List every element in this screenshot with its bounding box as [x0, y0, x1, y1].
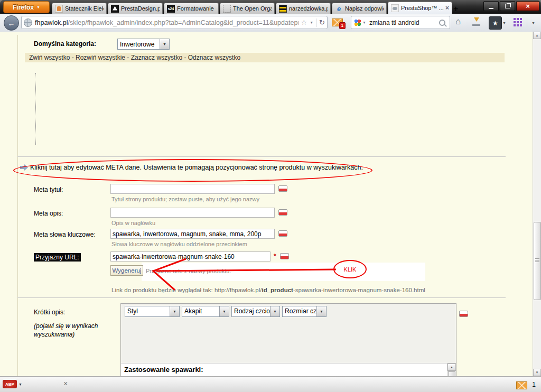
browser-tab[interactable]: Statecznik Elektr... — [52, 3, 107, 14]
narzedziowka-favicon — [279, 5, 287, 13]
meta-description-help: Opis w nagłówku — [111, 220, 155, 226]
navigation-toolbar: ← fhpawlok.pl /sklep/fhpawlok_admin/inde… — [0, 14, 541, 32]
tab-label: Formatowanie ko... — [177, 5, 216, 12]
editor-content-area[interactable]: Zastosowanie spawarki: ▲ — [121, 363, 456, 376]
default-category-select[interactable]: Inwertorowe ▼ — [117, 39, 170, 50]
meta-description-input[interactable] — [110, 208, 275, 218]
adblock-dropdown-icon[interactable]: ▼ — [18, 382, 22, 386]
browser-tab[interactable]: The Open Organi... — [220, 3, 275, 14]
style-select[interactable]: Styl ▼ — [125, 306, 180, 317]
chevron-down-icon[interactable]: ▼ — [160, 39, 169, 49]
back-button[interactable]: ← — [4, 15, 19, 31]
font-size-select[interactable]: Rozmiar czcionk ▼ — [282, 306, 327, 317]
editor-scroll-thumb[interactable] — [448, 371, 455, 376]
google-logo-icon — [354, 19, 361, 26]
blank-favicon — [223, 5, 231, 13]
meta-title-input[interactable] — [110, 184, 275, 194]
firefox-menu-button[interactable]: Firefox ▼ — [3, 1, 50, 13]
format-select[interactable]: Akapit ▼ — [182, 306, 229, 317]
default-category-value: Inwertorowe — [118, 41, 160, 48]
restore-button[interactable] — [500, 1, 515, 11]
scroll-up-icon[interactable]: ▲ — [447, 363, 456, 371]
friendly-url-input[interactable] — [110, 251, 270, 262]
section-divider — [17, 156, 506, 157]
editor-scrollbar[interactable]: ▲ — [447, 363, 456, 376]
tab-label: PrestaShop™ ... — [401, 5, 444, 11]
app-grid-button[interactable] — [514, 18, 516, 20]
link-preview-id: id_product — [262, 287, 293, 293]
mail-envelope-icon[interactable] — [516, 381, 527, 389]
app-grid-dropdown-icon[interactable]: ▼ — [531, 21, 535, 25]
close-icon: × — [526, 3, 530, 10]
mail-badge: 1 — [339, 22, 346, 29]
page-scrollbar[interactable]: ▲ ▼ — [533, 32, 541, 376]
klik-text: KLIK — [344, 266, 357, 273]
mail-notifier-button[interactable]: 1 — [332, 18, 346, 27]
s24-favicon: s24 — [167, 5, 175, 13]
mail-count: 1 — [532, 381, 536, 388]
chevron-down-icon[interactable]: ▼ — [219, 306, 229, 316]
generate-url-button[interactable]: Wygeneruj — [110, 265, 143, 276]
tab-label: PrestaDesign.pl •... — [121, 5, 160, 12]
bookmarks-dropdown-icon[interactable]: ▼ — [502, 21, 506, 25]
adblock-plus-button[interactable]: ABP — [3, 380, 17, 388]
meta-keywords-input[interactable] — [110, 229, 275, 239]
browser-tab[interactable]: PrestaShop™ ...× — [388, 2, 452, 14]
addon-bar-close-icon[interactable]: × — [63, 379, 68, 388]
browser-tab[interactable]: eNapisz odpowied... — [332, 3, 387, 14]
url-bar[interactable]: fhpawlok.pl /sklep/fhpawlok_admin/index.… — [21, 16, 328, 29]
font-family-select[interactable]: Rodzaj czcionki ▼ — [231, 306, 280, 317]
editor-toolbar-row1: Styl ▼ Akapit ▼ Rodzaj czcionki ▼ Rozmia… — [121, 304, 456, 319]
browser-tab[interactable]: PrestaDesign.pl •... — [108, 3, 163, 14]
hand-favicon — [55, 5, 63, 13]
meta-note-text[interactable]: Kliknij tutaj aby edytować META dane. Us… — [30, 164, 363, 171]
tree-actions-bar[interactable]: Zwiń wszystko - Rozwiń wszystkie - Zazna… — [25, 53, 505, 62]
home-button[interactable]: ⌂ — [455, 16, 461, 27]
editor-toolbar-row4 — [121, 348, 456, 363]
adblock-plus-label: ABP — [5, 382, 14, 387]
tab-label: Napisz odpowied... — [345, 5, 384, 12]
format-select-value: Akapit — [182, 307, 219, 315]
ie-favicon: e — [335, 5, 343, 13]
bookmark-star-icon[interactable]: ☆ — [301, 18, 307, 26]
search-input-value[interactable]: zmiana ttl android — [369, 19, 439, 26]
meta-keywords-help: Słowa kluczowe w nagłówku oddzielone prz… — [111, 241, 247, 247]
new-tab-button[interactable]: + — [453, 4, 458, 14]
close-button[interactable]: × — [516, 1, 539, 11]
browser-tab[interactable]: s24Formatowanie ko... — [164, 3, 219, 14]
chevron-down-icon[interactable]: ▼ — [270, 306, 279, 316]
browser-tab[interactable]: narzedziowka.pl ... — [276, 3, 331, 14]
page-content: Domyślna kategoria: Inwertorowe ▼ Zwiń w… — [0, 32, 533, 376]
url-dropdown-icon[interactable]: ▼ — [310, 21, 313, 24]
site-identity-globe-icon[interactable] — [24, 18, 32, 27]
prestadesign-favicon — [111, 5, 119, 13]
tab-close-icon[interactable]: × — [445, 4, 449, 12]
chevron-down-icon: ▼ — [36, 5, 40, 9]
search-icon[interactable] — [439, 20, 445, 26]
tree-actions-links[interactable]: Zwiń wszystko - Rozwiń wszystkie - Zazna… — [29, 54, 240, 61]
editor-toolbar-row3 — [121, 333, 456, 348]
downloads-button[interactable] — [472, 17, 481, 27]
divider — [527, 18, 527, 27]
divider — [316, 18, 316, 27]
scroll-thumb[interactable] — [534, 222, 541, 300]
tab-label: narzedziowka.pl ... — [289, 5, 328, 12]
meta-title-help: Tytuł strony produktu; zostaw puste, aby… — [111, 196, 259, 202]
search-bar[interactable]: ▼ zmiana ttl android — [351, 16, 450, 29]
firefox-menu-label: Firefox — [13, 4, 34, 11]
editor-content-text[interactable]: Zastosowanie spawarki: — [121, 363, 456, 376]
short-description-label: Krótki opis: — [34, 309, 65, 316]
tab-strip: Statecznik Elektr...PrestaDesign.pl •...… — [52, 0, 458, 14]
generate-url-help: Przyjazne urle z nazwy produktu. — [146, 268, 231, 274]
reload-icon[interactable]: ↻ — [319, 18, 325, 26]
chevron-down-icon[interactable]: ▼ — [316, 306, 326, 316]
polish-flag-icon — [459, 311, 468, 317]
url-path: /sklep/fhpawlok_admin/index.php?tab=Admi… — [68, 19, 299, 26]
search-engine-dropdown-icon[interactable]: ▼ — [362, 21, 366, 24]
minimize-button[interactable] — [483, 1, 499, 11]
chevron-down-icon[interactable]: ▼ — [170, 306, 179, 316]
bookmarks-button[interactable]: ★ — [489, 16, 502, 30]
klik-annotation: KLIK — [333, 260, 367, 278]
scroll-up-icon[interactable]: ▲ — [533, 32, 541, 39]
scroll-down-icon[interactable]: ▼ — [533, 369, 541, 376]
